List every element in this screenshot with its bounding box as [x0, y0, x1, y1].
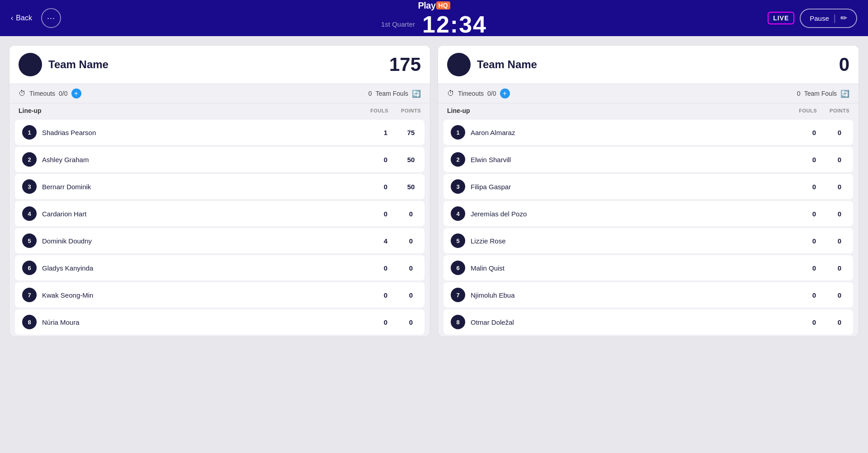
- player-fouls: 0: [808, 129, 821, 136]
- table-row[interactable]: 4 Cardarion Hart 0 0: [15, 201, 425, 226]
- live-badge: LIVE: [768, 12, 794, 24]
- player-fouls: 0: [379, 318, 392, 326]
- player-fouls: 0: [808, 183, 821, 191]
- team1-lineup-header: Line-up FOULS POINTS: [9, 103, 430, 118]
- player-fouls: 0: [808, 291, 821, 299]
- team1-fouls-label: Team Fouls: [376, 90, 408, 97]
- player-fouls: 4: [379, 237, 392, 245]
- table-row[interactable]: 3 Filipa Gaspar 0 0: [443, 174, 853, 199]
- timeout-icon: ⏱: [19, 89, 26, 98]
- player-fouls: 0: [379, 156, 392, 163]
- player-left: 4 Cardarion Hart: [22, 206, 86, 221]
- player-number: 4: [451, 206, 465, 221]
- team2-timeouts-label: Timeouts: [458, 90, 484, 97]
- player-stats: 1 75: [379, 129, 417, 136]
- player-name: Núria Moura: [42, 318, 80, 326]
- quarter-label: 1st Quarter: [381, 20, 415, 28]
- player-points: 0: [405, 237, 417, 245]
- player-name: Ashley Graham: [42, 156, 89, 163]
- player-stats: 0 0: [808, 183, 846, 191]
- player-name: Aaron Almaraz: [471, 129, 515, 136]
- player-stats: 0 50: [379, 183, 417, 191]
- team1-timeouts-label: Timeouts: [29, 90, 55, 97]
- player-name: Filipa Gaspar: [471, 183, 511, 191]
- player-points: 0: [405, 318, 417, 326]
- header-left: ‹ Back ···: [11, 8, 61, 28]
- table-row[interactable]: 7 Kwak Seong-Min 0 0: [15, 282, 425, 308]
- player-left: 7 Kwak Seong-Min: [22, 288, 93, 302]
- player-fouls: 0: [808, 237, 821, 245]
- timeout-icon-2: ⏱: [447, 89, 454, 98]
- table-row[interactable]: 1 Aaron Almaraz 0 0: [443, 120, 853, 145]
- player-number: 7: [22, 288, 37, 302]
- team2-avatar: [447, 53, 471, 76]
- player-number: 6: [22, 261, 37, 275]
- player-points: 0: [405, 291, 417, 299]
- player-left: 2 Elwin Sharvill: [451, 152, 511, 167]
- team2-stats-bar: ⏱ Timeouts 0/0 + 0 Team Fouls 🔄: [438, 84, 859, 103]
- player-name: Shadrias Pearson: [42, 129, 96, 136]
- player-number: 5: [22, 234, 37, 248]
- table-row[interactable]: 8 Otmar Doležal 0 0: [443, 309, 853, 335]
- team1-panel: Team Name 175 ⏱ Timeouts 0/0 + 0 Team Fo…: [9, 45, 430, 337]
- player-number: 2: [22, 152, 37, 167]
- player-points: 50: [405, 183, 417, 191]
- table-row[interactable]: 2 Elwin Sharvill 0 0: [443, 147, 853, 172]
- player-points: 0: [833, 129, 846, 136]
- player-left: 7 Njimoluh Ebua: [451, 288, 515, 302]
- player-left: 3 Filipa Gaspar: [451, 179, 511, 194]
- table-row[interactable]: 7 Njimoluh Ebua 0 0: [443, 282, 853, 308]
- player-stats: 0 0: [808, 237, 846, 245]
- menu-dots-icon: ···: [47, 14, 55, 23]
- table-row[interactable]: 6 Gladys Kanyinda 0 0: [15, 255, 425, 280]
- team2-name: Team Name: [477, 58, 537, 71]
- table-row[interactable]: 5 Dominik Doudny 4 0: [15, 228, 425, 253]
- player-number: 8: [451, 315, 465, 329]
- header: ‹ Back ··· Play HQ 1st Quarter 12:34 LIV…: [0, 0, 868, 36]
- player-number: 1: [22, 125, 37, 140]
- player-name: Lizzie Rose: [471, 237, 506, 245]
- team2-fouls-label: Team Fouls: [804, 90, 837, 97]
- team1-lineup-title: Line-up: [19, 107, 42, 114]
- team1-stats-bar: ⏱ Timeouts 0/0 + 0 Team Fouls 🔄: [9, 84, 430, 103]
- back-button[interactable]: ‹ Back: [11, 14, 32, 22]
- table-row[interactable]: 6 Malin Quist 0 0: [443, 255, 853, 280]
- player-stats: 4 0: [379, 237, 417, 245]
- team1-fouls-icon[interactable]: 🔄: [412, 89, 421, 98]
- player-number: 7: [451, 288, 465, 302]
- logo-play-text: Play: [418, 0, 435, 11]
- player-left: 6 Gladys Kanyinda: [22, 261, 93, 275]
- player-fouls: 0: [379, 291, 392, 299]
- player-fouls: 0: [808, 210, 821, 218]
- table-row[interactable]: 8 Núria Moura 0 0: [15, 309, 425, 335]
- table-row[interactable]: 3 Bernarr Dominik 0 50: [15, 174, 425, 199]
- pause-label: Pause: [810, 14, 829, 22]
- team1-header: Team Name 175: [9, 46, 430, 84]
- table-row[interactable]: 2 Ashley Graham 0 50: [15, 147, 425, 172]
- team2-panel: Team Name 0 ⏱ Timeouts 0/0 + 0 Team Foul…: [438, 45, 859, 337]
- player-points: 75: [405, 129, 417, 136]
- player-points: 50: [405, 156, 417, 163]
- player-stats: 0 50: [379, 156, 417, 163]
- player-points: 0: [833, 183, 846, 191]
- team1-players-list: 1 Shadrias Pearson 1 75 2 Ashley Graham …: [9, 120, 430, 335]
- player-fouls: 0: [808, 264, 821, 272]
- back-label: Back: [16, 14, 32, 22]
- player-number: 6: [451, 261, 465, 275]
- table-row[interactable]: 4 Jeremías del Pozo 0 0: [443, 201, 853, 226]
- table-row[interactable]: 1 Shadrias Pearson 1 75: [15, 120, 425, 145]
- menu-button[interactable]: ···: [41, 8, 61, 28]
- player-left: 6 Malin Quist: [451, 261, 505, 275]
- table-row[interactable]: 5 Lizzie Rose 0 0: [443, 228, 853, 253]
- header-right: LIVE Pause | ✏: [768, 9, 857, 28]
- team1-add-timeout-button[interactable]: +: [71, 89, 81, 98]
- player-stats: 0 0: [808, 156, 846, 163]
- player-name: Malin Quist: [471, 264, 505, 272]
- player-name: Otmar Doležal: [471, 318, 514, 326]
- player-stats: 0 0: [379, 318, 417, 326]
- pause-button[interactable]: Pause | ✏: [800, 9, 857, 28]
- team2-fouls-icon[interactable]: 🔄: [840, 89, 849, 98]
- team2-add-timeout-button[interactable]: +: [500, 89, 510, 98]
- header-center: Play HQ 1st Quarter 12:34: [381, 0, 487, 36]
- player-fouls: 0: [379, 264, 392, 272]
